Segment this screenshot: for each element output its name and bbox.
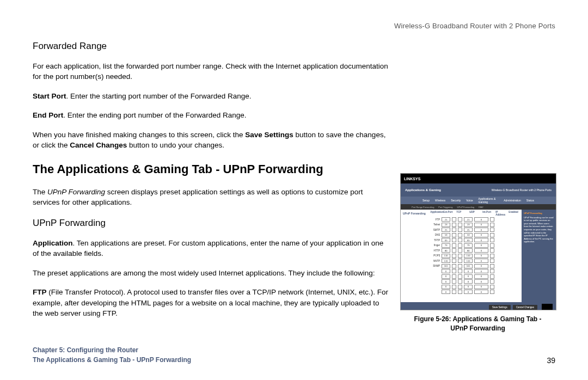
router-table-row: 000 bbox=[429, 290, 520, 294]
router-table-row: 000 bbox=[429, 279, 520, 284]
figure: LINKSYS Applications & Gaming Wireless-G… bbox=[400, 173, 555, 333]
router-table-row: Telnet23230 bbox=[429, 223, 520, 227]
para-save: When you have finished making changes to… bbox=[33, 130, 389, 151]
router-tab: Status bbox=[526, 199, 534, 202]
router-save-button: Save Settings bbox=[489, 305, 511, 310]
router-table-row: HTTP80800 bbox=[429, 248, 520, 253]
footer-chapter: Chapter 5: Configuring the Router bbox=[33, 345, 191, 355]
para-forwarded: For each application, list the forwarded… bbox=[33, 61, 389, 82]
main-text: Forwarded Range For each application, li… bbox=[33, 40, 389, 333]
router-subtab: Port Range Forwarding bbox=[412, 206, 434, 209]
router-table-row: FTP21210 bbox=[429, 217, 520, 222]
router-tab: Applications & Gaming bbox=[479, 197, 499, 204]
router-help-sidebar: UPnP Forwarding UPnP Forwarding can be u… bbox=[522, 210, 556, 302]
para-start-port: Start Port. Enter the starting port numb… bbox=[33, 91, 389, 102]
router-subtab: UPnP Forwarding bbox=[457, 206, 475, 209]
router-table-row: 000 bbox=[429, 285, 520, 289]
router-brand: LINKSYS bbox=[401, 174, 556, 183]
router-leftnav: Applications & Gaming bbox=[405, 188, 441, 192]
router-table-row: SMTP25250 bbox=[429, 228, 520, 232]
router-table-row: SNMP1611610 bbox=[429, 264, 520, 268]
heading-forwarded-range: Forwarded Range bbox=[33, 40, 389, 53]
router-table-row: finger79790 bbox=[429, 243, 520, 248]
router-tab: Wireless bbox=[435, 199, 445, 202]
router-tab: Security bbox=[451, 199, 461, 202]
router-table-row: NNTP1191190 bbox=[429, 259, 520, 263]
router-tab: Administration bbox=[504, 199, 521, 202]
router-product: Wireless-G Broadband Router with 2 Phone… bbox=[492, 188, 552, 192]
router-table-row: 000 bbox=[429, 269, 520, 273]
router-subtab: Port Triggering bbox=[438, 206, 452, 209]
figure-caption: Figure 5-26: Applications & Gaming Tab -… bbox=[400, 315, 555, 333]
para-ftp: FTP (File Transfer Protocol). A protocol… bbox=[33, 287, 389, 319]
router-table-row: 000 bbox=[429, 274, 520, 279]
router-table-row: POP31101100 bbox=[429, 254, 520, 258]
router-cancel-button: Cancel Changes bbox=[513, 305, 537, 310]
router-tabs: SetupWirelessSecurityVoiceApplications &… bbox=[401, 197, 556, 204]
router-screenshot: LINKSYS Applications & Gaming Wireless-G… bbox=[400, 173, 556, 310]
product-header: Wireless-G Broadband Router with 2 Phone… bbox=[33, 22, 555, 30]
router-panel-label: UPnP Forwarding bbox=[401, 210, 428, 302]
heading-upnp-forwarding: UPnP Forwarding bbox=[33, 217, 389, 230]
router-tab: Voice bbox=[466, 199, 473, 202]
page-number: 39 bbox=[547, 356, 555, 365]
router-subtabs: Port Range ForwardingPort TriggeringUPnP… bbox=[401, 204, 556, 210]
para-application: Application. Ten applications are preset… bbox=[33, 238, 389, 259]
router-subtab: DMZ bbox=[479, 206, 483, 209]
router-tab: Setup bbox=[422, 199, 430, 202]
para-preset: The preset applications are among the mo… bbox=[33, 268, 389, 279]
cisco-logo bbox=[542, 304, 553, 310]
footer-left: Chapter 5: Configuring the Router The Ap… bbox=[33, 345, 191, 365]
para-end-port: End Port. Enter the ending port number o… bbox=[33, 110, 389, 121]
para-upnp-intro: The UPnP Forwarding screen displays pres… bbox=[33, 187, 389, 208]
footer-section: The Applications & Gaming Tab - UPnP For… bbox=[33, 355, 191, 365]
router-table: ApplicationExt.PortTCPUDPInt.PortIP Addr… bbox=[428, 210, 522, 302]
router-table-row: DNS53530 bbox=[429, 233, 520, 237]
router-table-row: TFTP69690 bbox=[429, 238, 520, 242]
heading-upnp-tab: The Applications & Gaming Tab - UPnP For… bbox=[33, 161, 389, 178]
